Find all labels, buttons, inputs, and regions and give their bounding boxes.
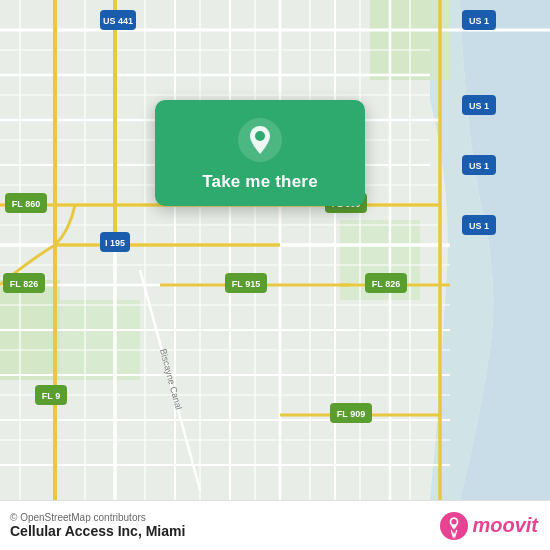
svg-text:US 1: US 1 [469,221,489,231]
svg-text:FL 860: FL 860 [12,199,40,209]
moovit-brand-icon [440,512,468,540]
svg-text:FL 826: FL 826 [372,279,400,289]
svg-text:I 195: I 195 [105,238,125,248]
moovit-logo: moovit [440,512,538,540]
bottom-left: © OpenStreetMap contributors Cellular Ac… [10,512,185,539]
svg-text:FL 909: FL 909 [337,409,365,419]
svg-rect-4 [60,300,140,380]
svg-text:FL 9: FL 9 [42,391,60,401]
svg-text:FL 826: FL 826 [10,279,38,289]
map-container: US 441 US 1 US 1 US 1 US 1 FL 860 FL 860… [0,0,550,500]
attribution-text: © OpenStreetMap contributors [10,512,185,523]
moovit-text: moovit [472,514,538,537]
svg-text:US 441: US 441 [103,16,133,26]
svg-text:FL 915: FL 915 [232,279,260,289]
bottom-bar: © OpenStreetMap contributors Cellular Ac… [0,500,550,550]
popup-card[interactable]: Take me there [155,100,365,206]
location-pin-icon [238,118,282,162]
svg-point-81 [452,519,457,524]
take-me-there-button[interactable]: Take me there [202,172,318,192]
svg-text:US 1: US 1 [469,101,489,111]
svg-text:US 1: US 1 [469,16,489,26]
location-title: Cellular Access Inc, Miami [10,523,185,539]
svg-text:US 1: US 1 [469,161,489,171]
svg-point-79 [255,131,265,141]
